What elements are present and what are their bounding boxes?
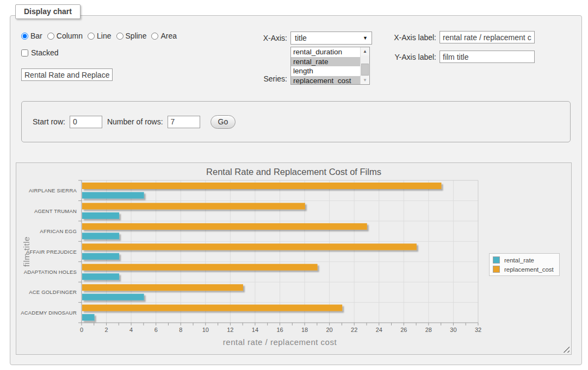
category-label: AIRPLANE SIERRA bbox=[29, 187, 77, 193]
stacked-option[interactable]: Stacked bbox=[21, 48, 59, 57]
bar-rental_rate-6 bbox=[82, 314, 95, 321]
x-tick-label: 12 bbox=[227, 327, 233, 333]
legend-label-replacement-cost: replacement_cost bbox=[504, 266, 554, 273]
chart-type-group: Bar Column Line Spline Area bbox=[21, 32, 182, 40]
start-row-input[interactable] bbox=[70, 116, 102, 128]
chart-legend: rental_rate replacement_cost bbox=[489, 253, 560, 276]
legend-swatch-rental-rate bbox=[493, 256, 500, 264]
x-tick-label: 2 bbox=[105, 327, 108, 333]
y-axis-label-text: Y-Axis label: bbox=[388, 53, 436, 61]
category-label: ADAPTATION HOLES bbox=[24, 269, 77, 275]
category-label: AGENT TRUMAN bbox=[34, 208, 77, 214]
bar-replacement_cost-2 bbox=[82, 223, 367, 230]
x-axis-title: rental rate / replacement cost bbox=[82, 337, 478, 347]
x-tick-label: 6 bbox=[154, 327, 158, 333]
series-field: Series: rental_duration rental_rate leng… bbox=[237, 47, 370, 85]
num-rows-label: Number of rows: bbox=[107, 117, 163, 126]
x-tick-label: 22 bbox=[351, 327, 357, 333]
x-axis-label-input[interactable] bbox=[440, 31, 535, 43]
scrollbar-thumb[interactable] bbox=[361, 64, 369, 76]
series-option-rental-duration[interactable]: rental_duration bbox=[291, 47, 360, 57]
bar-replacement_cost-3 bbox=[82, 243, 417, 250]
chart-type-radio-area[interactable] bbox=[151, 33, 158, 40]
chart-type-option-column[interactable]: Column bbox=[47, 32, 83, 40]
bar-replacement_cost-4 bbox=[82, 264, 318, 271]
series-scrollbar[interactable]: ▲ ▼ bbox=[360, 47, 369, 84]
chart-type-radio-column[interactable] bbox=[47, 33, 54, 40]
row-controls-panel: Start row: Number of rows: Go bbox=[21, 101, 571, 142]
y-axis-label-field: Y-Axis label: bbox=[388, 51, 535, 63]
chart-type-label-area: Area bbox=[160, 32, 177, 40]
legend-item-replacement-cost: replacement_cost bbox=[493, 266, 554, 273]
x-axis-select[interactable]: title ▼ bbox=[290, 32, 372, 45]
x-tick-label: 4 bbox=[129, 327, 133, 333]
x-tick-label: 28 bbox=[425, 327, 432, 333]
start-row-label: Start row: bbox=[33, 117, 65, 126]
x-axis-label-field: X-Axis label: bbox=[388, 31, 535, 43]
category-label: AFRICAN EGG bbox=[40, 228, 77, 234]
num-rows-input[interactable] bbox=[168, 116, 200, 128]
chart-type-radio-line[interactable] bbox=[88, 33, 95, 40]
scroll-up-icon[interactable]: ▲ bbox=[361, 47, 369, 55]
chart-type-label-spline: Spline bbox=[126, 32, 147, 40]
bar-replacement_cost-0 bbox=[82, 183, 441, 189]
x-tick-label: 0 bbox=[80, 327, 83, 333]
x-tick-label: 10 bbox=[202, 327, 209, 333]
bar-rental_rate-2 bbox=[82, 233, 119, 239]
scroll-down-icon[interactable]: ▼ bbox=[361, 76, 369, 84]
bar-chart-plot: AIRPLANE SIERRAAGENT TRUMANAFRICAN EGGAF… bbox=[16, 163, 571, 354]
y-axis-label-input[interactable] bbox=[440, 51, 535, 63]
chart-type-option-bar[interactable]: Bar bbox=[21, 32, 42, 40]
series-option-replacement-cost[interactable]: replacement_cost bbox=[291, 76, 360, 85]
x-tick-label: 20 bbox=[326, 327, 333, 333]
series-field-label: Series: bbox=[237, 74, 287, 83]
bar-rental_rate-5 bbox=[82, 294, 144, 300]
x-tick-label: 26 bbox=[400, 327, 407, 333]
chart-type-option-line[interactable]: Line bbox=[88, 32, 111, 40]
chart-type-label-line: Line bbox=[97, 32, 111, 40]
stacked-checkbox[interactable] bbox=[21, 49, 28, 57]
legend-item-rental-rate: rental_rate bbox=[493, 256, 554, 264]
page: Bar Column Line Spline Area Stacked bbox=[0, 0, 588, 370]
bar-rental_rate-1 bbox=[82, 212, 119, 219]
category-label: AFFAIR PREJUDICE bbox=[26, 249, 77, 255]
chart-type-radio-spline[interactable] bbox=[116, 33, 123, 40]
panel-legend: Display chart bbox=[15, 4, 81, 19]
chart-type-option-spline[interactable]: Spline bbox=[116, 32, 147, 40]
series-listbox[interactable]: rental_duration rental_rate length repla… bbox=[290, 47, 370, 85]
chart-type-label-bar: Bar bbox=[30, 32, 42, 40]
series-options: rental_duration rental_rate length repla… bbox=[291, 47, 360, 84]
series-option-rental-rate[interactable]: rental_rate bbox=[291, 57, 360, 67]
category-label: ACE GOLDFINGER bbox=[29, 289, 77, 295]
x-tick-label: 32 bbox=[475, 327, 481, 333]
x-axis-field: X-Axis: title ▼ bbox=[237, 32, 372, 45]
go-button[interactable]: Go bbox=[211, 115, 236, 129]
x-axis-label-text: X-Axis label: bbox=[388, 33, 436, 42]
x-tick-label: 24 bbox=[376, 327, 382, 333]
y-axis-title: film title bbox=[22, 180, 31, 323]
bar-rental_rate-3 bbox=[82, 253, 119, 260]
x-tick-label: 16 bbox=[276, 327, 283, 333]
x-tick-label: 18 bbox=[301, 327, 308, 333]
legend-swatch-replacement-cost bbox=[493, 266, 500, 273]
series-option-length[interactable]: length bbox=[291, 66, 360, 76]
stacked-label: Stacked bbox=[31, 48, 59, 57]
x-tick-label: 14 bbox=[252, 327, 258, 333]
x-tick-label: 30 bbox=[450, 327, 456, 333]
bar-replacement_cost-1 bbox=[82, 203, 305, 209]
bar-replacement_cost-5 bbox=[82, 284, 243, 291]
chart-container: Rental Rate and Replacement Cost of Film… bbox=[16, 162, 572, 355]
legend-label-rental-rate: rental_rate bbox=[504, 257, 534, 264]
x-axis-field-label: X-Axis: bbox=[237, 34, 287, 42]
bar-rental_rate-0 bbox=[82, 192, 144, 199]
chart-title-input[interactable] bbox=[21, 68, 113, 81]
bar-replacement_cost-6 bbox=[82, 305, 342, 311]
chart-type-label-column: Column bbox=[57, 32, 83, 40]
chart-type-radio-bar[interactable] bbox=[21, 33, 28, 40]
display-chart-panel: Bar Column Line Spline Area Stacked bbox=[10, 15, 582, 365]
dropdown-arrow-icon: ▼ bbox=[363, 35, 368, 41]
bar-rental_rate-4 bbox=[82, 273, 119, 280]
x-axis-selected-value: title bbox=[295, 34, 307, 42]
x-tick-label: 8 bbox=[179, 327, 182, 333]
chart-type-option-area[interactable]: Area bbox=[151, 32, 177, 40]
